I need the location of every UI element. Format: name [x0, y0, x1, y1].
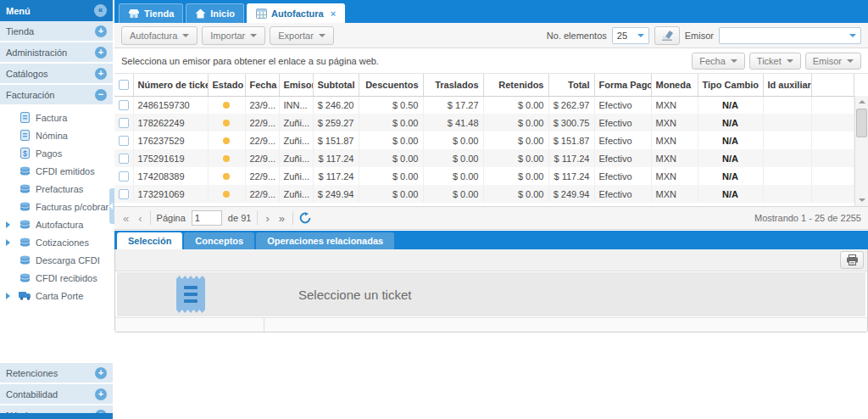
row-checkbox[interactable]: [119, 118, 129, 128]
emisor-filter-button[interactable]: Emisor: [805, 53, 861, 70]
cell-emisor: Zuñi...: [279, 167, 313, 185]
sidebar-item-nomina[interactable]: Nómina: [0, 126, 113, 144]
row-checkbox[interactable]: [119, 100, 129, 110]
tab-tienda[interactable]: Tienda: [119, 3, 183, 23]
tab-inicio[interactable]: Inicio: [186, 3, 244, 23]
cell-fecha: 23/9...: [245, 96, 279, 114]
select-all-checkbox[interactable]: [119, 80, 129, 90]
row-checkbox[interactable]: [119, 189, 129, 199]
autofactura-menu-button[interactable]: Autofactura: [121, 26, 198, 45]
elements-count-select[interactable]: 25: [612, 27, 649, 44]
table-row[interactable]: 178262249 22/9... Zuñi... $ 259.27 $ 0.0…: [114, 114, 854, 131]
col-id-auxiliar[interactable]: Id auxiliar: [763, 74, 811, 96]
database-icon: [19, 202, 31, 211]
sidebar-item-carta-porte[interactable]: Carta Porte: [0, 287, 113, 304]
row-checkbox[interactable]: [119, 154, 129, 164]
sidebar-item-label: Factura: [36, 113, 67, 123]
sidebar-collapse-icon[interactable]: «: [94, 4, 107, 17]
scroll-down-icon[interactable]: [855, 194, 868, 206]
cell-ticket: 173291069: [133, 185, 208, 203]
col-descuentos[interactable]: Descuentos: [359, 74, 423, 96]
col-forma-pago[interactable]: Forma Pago: [594, 74, 651, 96]
expand-arrow-icon[interactable]: [6, 221, 10, 228]
col-numero-ticket[interactable]: Número de ticket: [133, 74, 208, 96]
expand-arrow-icon[interactable]: [6, 293, 10, 299]
cell-id-auxiliar: [763, 167, 811, 185]
plus-icon: +: [95, 25, 107, 37]
sidebar-item-cotizaciones[interactable]: Cotizaciones: [0, 233, 113, 251]
ticket-filter-button[interactable]: Ticket: [749, 53, 801, 70]
cell-emisor: INN...: [279, 96, 313, 114]
tickets-table: Número de ticket Estado Fecha Emisor Sub…: [114, 74, 868, 206]
tab-conceptos[interactable]: Conceptos: [184, 232, 254, 249]
sidebar-item-cfdi-emitidos[interactable]: CFDI emitidos: [0, 162, 113, 180]
refresh-icon[interactable]: [299, 212, 311, 224]
table-row[interactable]: 175291619 22/9... Zuñi... $ 117.24 $ 0.0…: [114, 149, 854, 167]
sidebar-item-cfdi-recibidos[interactable]: CFDI recibidos: [0, 269, 113, 287]
page-number-input[interactable]: [192, 210, 222, 226]
print-button[interactable]: [840, 251, 864, 269]
database-icon: [19, 273, 31, 282]
tab-autofactura[interactable]: Autofactura ×: [247, 3, 345, 23]
sidebar-section-facturacion[interactable]: Facturación −: [0, 85, 113, 104]
sidebar-item-factura[interactable]: Factura: [0, 109, 113, 126]
sidebar-section-label: Tienda: [6, 26, 34, 36]
sidebar-section-contabilidad[interactable]: Contabilidad +: [0, 384, 113, 404]
cell-estado: [208, 185, 245, 203]
table-scrollbar[interactable]: [854, 96, 868, 206]
col-emisor[interactable]: Emisor: [279, 74, 313, 96]
tab-operaciones-relacionadas[interactable]: Operaciones relacionadas: [256, 232, 394, 249]
sidebar-section-catalogos[interactable]: Catálogos +: [0, 64, 113, 83]
col-estado[interactable]: Estado: [208, 74, 245, 96]
table-row[interactable]: 174208389 22/9... Zuñi... $ 117.24 $ 0.0…: [114, 167, 854, 185]
sidebar-header: Menú «: [0, 0, 113, 21]
col-traslados[interactable]: Traslados: [423, 74, 483, 96]
sidebar-item-label: Autofactura: [36, 220, 83, 230]
cell-retenidos: $ 0.00: [483, 185, 548, 203]
exportar-menu-button[interactable]: Exportar: [270, 26, 334, 45]
scroll-up-icon[interactable]: [855, 96, 868, 108]
col-tipo-cambio[interactable]: Tipo Cambio: [698, 74, 763, 96]
sidebar-item-autofactura[interactable]: Autofactura: [0, 215, 113, 233]
chevron-down-icon: [637, 34, 644, 37]
tab-seleccion[interactable]: Selección: [117, 232, 182, 249]
sidebar-item-prefacturas[interactable]: Prefacturas: [0, 180, 113, 198]
sidebar-section-tienda[interactable]: Tienda +: [0, 21, 113, 41]
sidebar-item-facturas-pcobrar[interactable]: Facturas p/cobrar: [0, 198, 113, 215]
database-icon: [19, 237, 31, 247]
table-row[interactable]: 2486159730 23/9... INN... $ 246.20 $ 0.5…: [114, 96, 854, 114]
sidebar-section-retenciones[interactable]: Retenciones +: [0, 363, 113, 383]
button-label: Exportar: [278, 31, 314, 41]
next-page-button[interactable]: ›: [264, 212, 270, 225]
first-page-button[interactable]: «: [121, 212, 131, 225]
col-moneda[interactable]: Moneda: [651, 74, 698, 96]
cell-traslados: $ 0.00: [423, 131, 483, 149]
cell-estado: [208, 131, 245, 149]
cell-tipo-cambio: N/A: [698, 149, 763, 167]
sidebar-item-descarga-cfdi[interactable]: Descarga CFDI: [0, 251, 113, 269]
clear-filters-button[interactable]: [654, 26, 680, 45]
cell-retenidos: $ 0.00: [483, 131, 548, 149]
sidebar-section-administracion[interactable]: Administración +: [0, 42, 113, 62]
row-checkbox[interactable]: [119, 136, 129, 146]
row-checkbox[interactable]: [119, 171, 129, 182]
emisor-combobox[interactable]: [719, 27, 861, 44]
col-subtotal[interactable]: Subtotal: [313, 74, 359, 96]
col-fecha[interactable]: Fecha: [245, 74, 279, 96]
table-row[interactable]: 173291069 22/9... Zuñi... $ 249.94 $ 0.0…: [114, 185, 854, 203]
importar-menu-button[interactable]: Importar: [202, 26, 265, 45]
cell-ticket: 2486159730: [133, 96, 208, 114]
cell-id-auxiliar: [763, 185, 811, 203]
col-total[interactable]: Total: [548, 74, 594, 96]
expand-arrow-icon[interactable]: [6, 239, 10, 246]
close-icon[interactable]: ×: [331, 8, 336, 19]
fecha-filter-button[interactable]: Fecha: [692, 53, 745, 70]
prev-page-button[interactable]: ‹: [136, 212, 143, 225]
last-page-button[interactable]: »: [277, 212, 287, 225]
col-retenidos[interactable]: Retenidos: [483, 74, 548, 96]
scrollbar-thumb[interactable]: [856, 109, 867, 137]
cell-retenidos: $ 0.00: [483, 149, 548, 167]
cell-filler: [811, 114, 854, 131]
sidebar-item-pagos[interactable]: $ Pagos: [0, 144, 113, 162]
table-row[interactable]: 176237529 22/9... Zuñi... $ 151.87 $ 0.0…: [114, 131, 854, 149]
